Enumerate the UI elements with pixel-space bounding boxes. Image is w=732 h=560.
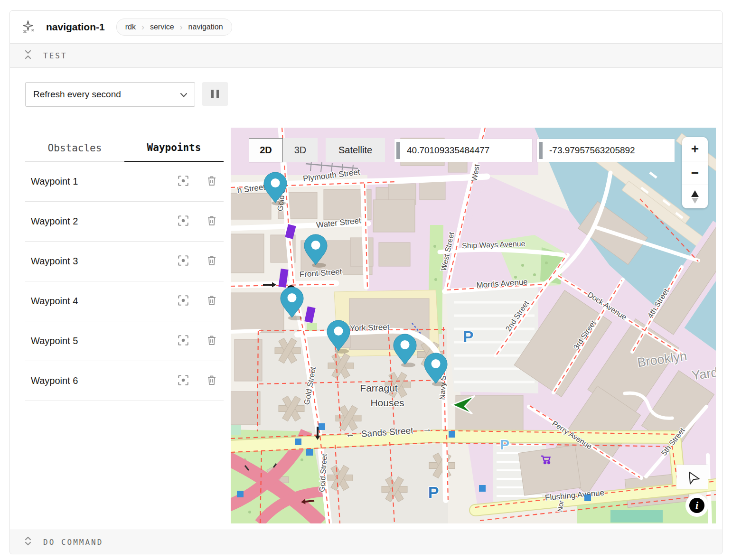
- waypoint-label: Waypoint 3: [31, 256, 176, 267]
- map-blue-square: [306, 449, 313, 456]
- waypoint-label: Waypoint 1: [31, 176, 176, 187]
- street-label: →: [422, 423, 432, 434]
- waypoint-label: Waypoint 2: [31, 216, 176, 227]
- map-satellite-button[interactable]: Satellite: [326, 138, 385, 162]
- breadcrumb-item: rdk: [125, 23, 136, 31]
- map-blue-square: [584, 495, 591, 501]
- chevron-right-icon: ›: [180, 22, 183, 32]
- map-mode-3d-button[interactable]: 3D: [283, 138, 318, 162]
- latitude-input[interactable]: 40.70109335484477: [394, 139, 532, 162]
- map-blue-square: [319, 423, 325, 430]
- parking-icon: P: [428, 483, 439, 501]
- do-command-label: DO COMMAND: [43, 538, 103, 547]
- waypoint-row: Waypoint 5: [25, 321, 224, 361]
- focus-icon: [177, 334, 189, 346]
- info-icon: i: [689, 498, 704, 513]
- focus-icon: [177, 294, 189, 307]
- map-canvas[interactable]: Plymouth Streeth StreetWater StreetFront…: [231, 128, 716, 523]
- longitude-value: -73.97957563205892: [549, 145, 635, 156]
- focus-waypoint-button[interactable]: [176, 254, 190, 269]
- delete-waypoint-button[interactable]: [205, 334, 219, 348]
- map-mode-2d-button[interactable]: 2D: [249, 138, 283, 162]
- delete-waypoint-button[interactable]: [205, 215, 219, 229]
- test-section-bar[interactable]: TEST: [10, 43, 722, 68]
- pause-icon: [211, 90, 214, 98]
- delete-waypoint-button[interactable]: [205, 254, 219, 269]
- latitude-accent-bar: [396, 142, 400, 159]
- navigation-panel: navigation-1 rdk › service › navigation …: [0, 0, 732, 560]
- locate-button[interactable]: [676, 465, 708, 489]
- pause-refresh-button[interactable]: [202, 82, 228, 106]
- waypoint-row: Waypoint 1: [25, 162, 224, 202]
- map-svg: Plymouth Streeth StreetWater StreetFront…: [231, 128, 716, 523]
- pause-icon: [216, 90, 219, 98]
- focus-waypoint-button[interactable]: [176, 294, 190, 308]
- map-blue-square: [237, 491, 244, 497]
- focus-icon: [177, 374, 189, 386]
- tab-bar: Obstacles Waypoints: [25, 134, 224, 162]
- tab-waypoints[interactable]: Waypoints: [124, 134, 224, 162]
- zoom-out-button[interactable]: −: [682, 161, 708, 185]
- street-label: Nor: [556, 500, 565, 513]
- waypoint-label: Waypoint 5: [31, 336, 176, 346]
- trash-icon: [206, 215, 217, 226]
- do-command-section-bar[interactable]: DO COMMAND: [10, 530, 722, 554]
- compass-button[interactable]: [682, 185, 708, 208]
- breadcrumb: rdk › service › navigation: [116, 19, 232, 36]
- map-blue-square: [295, 439, 301, 445]
- card-header: navigation-1 rdk › service › navigation: [10, 11, 722, 43]
- trash-icon: [206, 255, 217, 266]
- map-info-button[interactable]: i: [685, 494, 708, 517]
- waypoint-row: Waypoint 6: [25, 361, 224, 401]
- sparkle-icon: [21, 20, 36, 34]
- chevron-down-icon: [180, 89, 187, 100]
- focus-waypoint-button[interactable]: [176, 175, 190, 189]
- navigation-card: navigation-1 rdk › service › navigation …: [9, 10, 723, 554]
- trash-icon: [206, 335, 217, 346]
- breadcrumb-item: service: [150, 23, 174, 31]
- refresh-rate-select[interactable]: Refresh every second: [25, 82, 195, 107]
- refresh-rate-value: Refresh every second: [33, 89, 180, 100]
- breadcrumb-item: navigation: [188, 23, 223, 31]
- map-blue-square: [479, 485, 486, 492]
- waypoint-row: Waypoint 2: [25, 202, 224, 242]
- tab-obstacles[interactable]: Obstacles: [25, 134, 124, 162]
- delete-waypoint-button[interactable]: [205, 374, 219, 388]
- trash-icon: [206, 374, 217, 386]
- longitude-input[interactable]: -73.97957563205892: [537, 139, 675, 162]
- test-section-label: TEST: [43, 51, 67, 60]
- trash-icon: [206, 175, 217, 187]
- map-blue-square: [449, 431, 455, 438]
- waypoints-panel: Obstacles Waypoints Waypoint 1Waypoint 2…: [25, 134, 224, 401]
- street-label: Houses: [370, 397, 404, 408]
- focus-icon: [177, 215, 189, 227]
- focus-waypoint-button[interactable]: [176, 334, 190, 348]
- compass-north-icon: [691, 190, 699, 197]
- focus-icon: [177, 175, 189, 187]
- collapse-icon[interactable]: [24, 50, 32, 61]
- waypoint-label: Waypoint 4: [31, 296, 176, 307]
- parking-icon: P: [463, 327, 474, 345]
- chevron-right-icon: ›: [141, 22, 144, 32]
- longitude-accent-bar: [539, 142, 543, 159]
- street-label: Farragut: [360, 383, 398, 393]
- map-zoom-controls: + −: [682, 137, 708, 208]
- page-title: navigation-1: [46, 21, 105, 33]
- waypoint-label: Waypoint 6: [31, 375, 176, 386]
- street-label: ←: [345, 428, 355, 439]
- parking-icon: P: [500, 437, 509, 452]
- zoom-in-button[interactable]: +: [682, 137, 708, 161]
- delete-waypoint-button[interactable]: [205, 175, 219, 189]
- waypoint-row: Waypoint 3: [25, 242, 224, 281]
- delete-waypoint-button[interactable]: [205, 294, 219, 308]
- trash-icon: [206, 295, 217, 306]
- focus-icon: [177, 254, 189, 267]
- focus-waypoint-button[interactable]: [176, 374, 190, 388]
- focus-waypoint-button[interactable]: [176, 215, 190, 229]
- compass-south-icon: [692, 198, 698, 204]
- waypoint-list: Waypoint 1Waypoint 2Waypoint 3Waypoint 4…: [25, 162, 224, 401]
- expand-icon[interactable]: [24, 536, 32, 548]
- waypoint-row: Waypoint 4: [25, 281, 224, 321]
- navigation-arrow-icon: [684, 468, 701, 485]
- latitude-value: 40.70109335484477: [407, 145, 489, 156]
